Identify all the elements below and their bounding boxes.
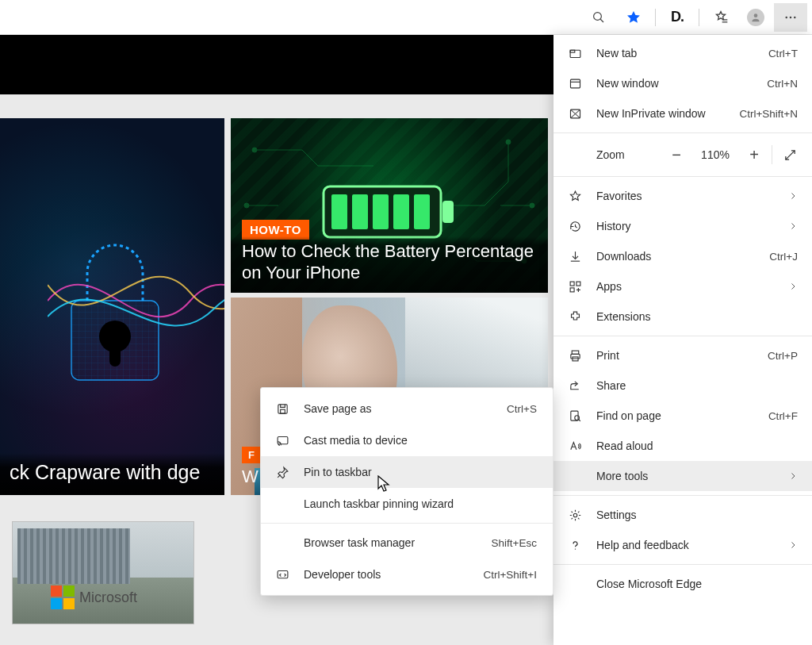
- inprivate-icon: [566, 107, 584, 121]
- submenu-item-pin-to-taskbar[interactable]: Pin to taskbar: [261, 456, 553, 488]
- settings-and-more-menu: New tab Ctrl+T New window Ctrl+N New InP…: [553, 35, 812, 645]
- menu-item-favorites[interactable]: Favorites: [553, 181, 812, 211]
- svg-point-6: [790, 16, 792, 18]
- menu-item-close-edge[interactable]: Close Microsoft Edge: [553, 569, 812, 599]
- svg-rect-39: [278, 404, 286, 413]
- microsoft-thumb[interactable]: Microsoft: [12, 521, 194, 624]
- menu-item-find[interactable]: Find on page Ctrl+F: [553, 401, 812, 431]
- submenu-item-developer-tools[interactable]: Developer tools Ctrl+Shift+I: [261, 559, 553, 590]
- chevron-right-icon: [788, 471, 798, 481]
- article-tile-battery[interactable]: HOW-TO How to Check the Battery Percenta…: [231, 118, 548, 293]
- svg-rect-42: [278, 570, 288, 578]
- menu-item-new-inprivate[interactable]: New InPrivate window Ctrl+Shift+N: [553, 98, 812, 129]
- menu-separator: [553, 132, 812, 133]
- microsoft-logo-icon: [51, 585, 75, 609]
- svg-point-38: [574, 548, 575, 549]
- svg-point-16: [530, 203, 534, 208]
- menu-item-apps[interactable]: Apps: [553, 271, 812, 301]
- menu-item-extensions[interactable]: Extensions: [553, 301, 812, 332]
- article-title: How to Check the Battery Percentage on Y…: [242, 241, 537, 283]
- new-window-icon: [566, 77, 584, 90]
- favorite-star-icon[interactable]: [617, 3, 650, 32]
- read-aloud-icon: [566, 440, 584, 453]
- toolbar-separator: [655, 9, 656, 26]
- menu-item-more-tools[interactable]: More tools: [553, 461, 812, 491]
- menu-item-new-window[interactable]: New window Ctrl+N: [553, 68, 812, 98]
- svg-rect-24: [570, 50, 580, 57]
- menu-item-settings[interactable]: Settings: [553, 500, 812, 530]
- svg-rect-23: [414, 194, 430, 229]
- menu-separator: [553, 495, 812, 496]
- settings-gear-icon: [566, 509, 584, 522]
- article-caption: ck Crapware with dge: [0, 453, 224, 495]
- article-caption: How to Check the Battery Percentage on Y…: [231, 236, 548, 293]
- svg-rect-32: [572, 351, 579, 354]
- svg-rect-41: [278, 436, 288, 443]
- svg-rect-30: [576, 282, 580, 286]
- menu-item-history[interactable]: History: [553, 211, 812, 241]
- cast-icon: [274, 434, 291, 447]
- chevron-right-icon: [788, 191, 798, 201]
- history-icon: [566, 220, 584, 233]
- svg-rect-29: [570, 282, 574, 286]
- help-icon: [566, 539, 584, 552]
- submenu-item-launch-pinning-wizard[interactable]: Launch taskbar pinning wizard: [261, 488, 553, 520]
- profile-avatar-icon[interactable]: [739, 3, 772, 32]
- submenu-item-save-page-as[interactable]: Save page as Ctrl+S: [261, 393, 553, 424]
- save-icon: [274, 402, 291, 416]
- zoom-out-button[interactable]: −: [659, 140, 694, 169]
- menu-item-print[interactable]: Print Ctrl+P: [553, 340, 812, 370]
- category-badge: F: [242, 447, 261, 463]
- share-icon: [566, 379, 584, 393]
- svg-point-4: [754, 13, 758, 17]
- svg-rect-21: [373, 194, 389, 229]
- svg-point-7: [794, 16, 796, 18]
- menu-zoom-row: Zoom − 110% +: [553, 137, 812, 172]
- downloads-icon: [566, 250, 584, 263]
- browser-toolbar: D.: [0, 0, 812, 35]
- article-tile-crapware[interactable]: ck Crapware with dge: [0, 118, 224, 495]
- svg-rect-26: [570, 79, 580, 88]
- find-on-page-icon: [566, 409, 584, 423]
- chevron-right-icon: [788, 282, 798, 291]
- fullscreen-button[interactable]: [772, 140, 807, 169]
- svg-rect-40: [280, 409, 285, 413]
- menu-item-new-tab[interactable]: New tab Ctrl+T: [553, 38, 812, 68]
- submenu-item-task-manager[interactable]: Browser task manager Shift+Esc: [261, 527, 553, 559]
- menu-item-read-aloud[interactable]: Read aloud: [553, 431, 812, 461]
- zoom-value: 110%: [694, 148, 737, 161]
- menu-separator: [553, 564, 812, 565]
- submenu-item-cast[interactable]: Cast media to device: [261, 424, 553, 456]
- devtools-icon: [274, 568, 291, 582]
- menu-item-help[interactable]: Help and feedback: [553, 530, 812, 560]
- svg-rect-20: [352, 194, 368, 229]
- zoom-indicator-icon[interactable]: [582, 3, 615, 32]
- zoom-label: Zoom: [596, 148, 659, 161]
- favorites-icon: [566, 190, 584, 203]
- svg-rect-31: [570, 287, 574, 291]
- more-tools-submenu: Save page as Ctrl+S Cast media to device…: [260, 387, 553, 596]
- chevron-right-icon: [788, 540, 798, 550]
- svg-line-1: [600, 19, 603, 22]
- svg-point-5: [785, 16, 787, 18]
- extension-d-icon[interactable]: D.: [661, 3, 694, 32]
- menu-separator: [553, 336, 812, 336]
- svg-point-0: [594, 12, 602, 20]
- menu-item-downloads[interactable]: Downloads Ctrl+J: [553, 241, 812, 271]
- chevron-right-icon: [788, 221, 798, 231]
- menu-item-share[interactable]: Share: [553, 370, 812, 401]
- zoom-in-button[interactable]: +: [737, 140, 772, 169]
- svg-rect-19: [331, 194, 347, 229]
- article-title: ck Crapware with dge: [10, 461, 215, 484]
- padlock-art: [0, 118, 224, 495]
- svg-point-11: [252, 148, 257, 152]
- menu-separator: [553, 176, 812, 177]
- edge-window: D.: [0, 0, 812, 645]
- svg-rect-22: [393, 194, 409, 229]
- more-menu-button[interactable]: [774, 3, 807, 32]
- pin-icon: [274, 466, 291, 479]
- favorites-list-icon[interactable]: [704, 3, 737, 32]
- toolbar-separator: [699, 9, 699, 26]
- svg-point-36: [574, 415, 579, 420]
- svg-point-12: [506, 140, 511, 144]
